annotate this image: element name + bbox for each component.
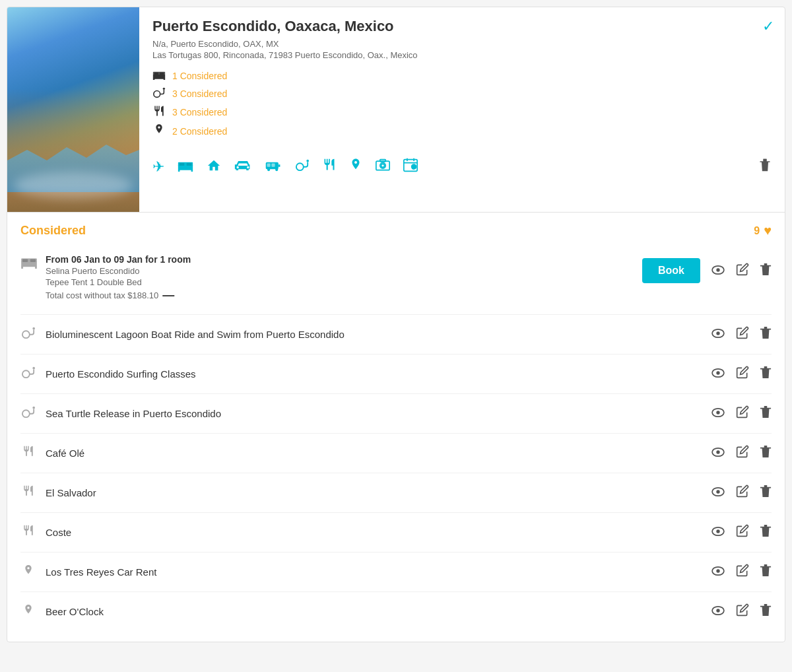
delete-hotel-icon[interactable] <box>760 262 772 280</box>
edit-item-icon[interactable] <box>736 485 749 501</box>
activity-icon <box>20 326 36 343</box>
view-item-icon[interactable] <box>711 525 725 540</box>
restaurant-icon <box>20 524 36 541</box>
svg-rect-10 <box>187 163 192 166</box>
hotel-row-icon <box>20 255 38 273</box>
edit-hotel-icon[interactable] <box>736 263 749 279</box>
svg-point-19 <box>306 160 309 162</box>
activity-considered-item: 3 Considered <box>152 86 772 101</box>
location-image <box>7 7 139 212</box>
main-card: Puerto Escondido, Oaxaca, Mexico N/a, Pu… <box>7 7 785 642</box>
edit-item-icon[interactable] <box>736 405 749 422</box>
delete-item-icon[interactable] <box>760 563 772 581</box>
hotel-details: From 06 Jan to 09 Jan for 1 room Selina … <box>46 254 634 304</box>
svg-point-17 <box>275 168 278 171</box>
svg-point-51 <box>716 450 719 454</box>
list-item: Sea Turtle Release in Puerto Escondido <box>20 394 772 434</box>
flight-toolbar-icon[interactable]: ✈ <box>152 158 164 176</box>
chevron-icon[interactable]: ✓ <box>762 18 774 35</box>
svg-point-49 <box>716 411 719 414</box>
item-name: Beer O'Clock <box>46 606 698 617</box>
edit-item-icon[interactable] <box>736 326 749 343</box>
delete-item-icon[interactable] <box>760 405 772 422</box>
item-actions <box>707 325 772 343</box>
list-item: El Salvador <box>20 473 772 513</box>
view-item-icon[interactable] <box>711 604 725 619</box>
considered-section: Considered 9 ♥ From 06 Jan to 09 Jan for <box>7 213 785 642</box>
item-name: El Salvador <box>46 487 698 498</box>
address-line-2: Las Tortugas 800, Rinconada, 71983 Puert… <box>152 50 772 60</box>
svg-point-55 <box>716 529 719 533</box>
svg-point-37 <box>716 268 719 271</box>
delete-item-icon[interactable] <box>760 325 772 343</box>
view-item-icon[interactable] <box>711 406 725 421</box>
delete-item-icon[interactable] <box>760 603 772 621</box>
view-hotel-icon[interactable] <box>711 263 725 279</box>
hotel-toolbar-icon[interactable] <box>178 158 193 176</box>
considered-header: Considered 9 ♥ <box>20 223 772 238</box>
svg-rect-12 <box>191 170 193 172</box>
edit-item-icon[interactable] <box>736 445 749 461</box>
svg-rect-14 <box>267 164 270 167</box>
edit-item-icon[interactable] <box>736 564 749 580</box>
hotel-actions: Book <box>642 258 772 283</box>
delete-item-icon[interactable] <box>760 444 772 462</box>
item-actions <box>707 523 772 541</box>
calendar-toolbar-icon[interactable]: + <box>403 158 418 176</box>
list-item: Los Tres Reyes Car Rent <box>20 553 772 592</box>
hotel-room: Tepee Tent 1 Double Bed <box>46 277 634 287</box>
view-item-icon[interactable] <box>711 366 725 382</box>
list-item: Puerto Escondido Surfing Classes <box>20 354 772 394</box>
camera-toolbar-icon[interactable] <box>376 158 390 176</box>
svg-text:+: + <box>412 166 415 170</box>
car-toolbar-icon[interactable] <box>234 158 251 176</box>
considered-list: 1 Considered 3 Considered <box>152 69 772 139</box>
minus-button[interactable]: — <box>162 288 174 302</box>
svg-point-39 <box>32 327 35 330</box>
svg-rect-35 <box>35 266 37 269</box>
header-section: Puerto Escondido, Oaxaca, Mexico N/a, Pu… <box>7 7 785 213</box>
restaurant-count: 3 Considered <box>172 107 227 118</box>
item-name: Los Tres Reyes Car Rent <box>46 566 698 578</box>
pin-icon <box>152 123 166 139</box>
svg-rect-5 <box>164 79 166 80</box>
svg-point-59 <box>716 609 719 612</box>
svg-rect-32 <box>22 259 28 262</box>
view-item-icon[interactable] <box>711 564 725 580</box>
delete-item-icon[interactable] <box>760 365 772 383</box>
restaurant-icon <box>20 485 36 501</box>
view-item-icon[interactable] <box>711 327 725 342</box>
dining-toolbar-icon[interactable] <box>323 158 336 176</box>
list-item: Coste <box>20 513 772 553</box>
item-actions <box>707 484 772 502</box>
toolbar: ✈ <box>152 150 772 176</box>
item-name: Coste <box>46 527 698 538</box>
edit-item-icon[interactable] <box>736 524 749 541</box>
edit-item-icon[interactable] <box>736 366 749 382</box>
item-name: Bioluminescent Lagoon Boat Ride and Swim… <box>46 329 698 340</box>
activity-count: 3 Considered <box>172 88 227 99</box>
activity-icon <box>20 405 36 422</box>
hotel-count: 1 Considered <box>172 71 227 81</box>
edit-item-icon[interactable] <box>736 603 749 620</box>
map-toolbar-icon[interactable] <box>349 158 362 176</box>
view-item-icon[interactable] <box>711 485 725 500</box>
svg-rect-15 <box>271 164 275 167</box>
item-actions <box>707 405 772 422</box>
activity-icon <box>20 366 36 382</box>
view-item-icon[interactable] <box>711 446 725 461</box>
delete-item-icon[interactable] <box>760 523 772 541</box>
snorkel-toolbar-icon[interactable] <box>295 158 310 176</box>
hotel-dates: From 06 Jan to 09 Jan for 1 room <box>46 254 634 265</box>
home-toolbar-icon[interactable] <box>207 158 221 176</box>
item-actions <box>707 365 772 383</box>
item-name: Sea Turtle Release in Puerto Escondido <box>46 408 698 419</box>
shuttle-toolbar-icon[interactable] <box>265 158 282 176</box>
heart-count-area: 9 ♥ <box>754 223 772 238</box>
delete-header-icon[interactable] <box>758 158 772 176</box>
svg-point-47 <box>32 407 35 409</box>
book-button[interactable]: Book <box>642 258 700 283</box>
hotel-considered-item: 1 Considered <box>152 69 772 83</box>
restaurant-icon <box>152 105 166 119</box>
delete-item-icon[interactable] <box>760 484 772 502</box>
